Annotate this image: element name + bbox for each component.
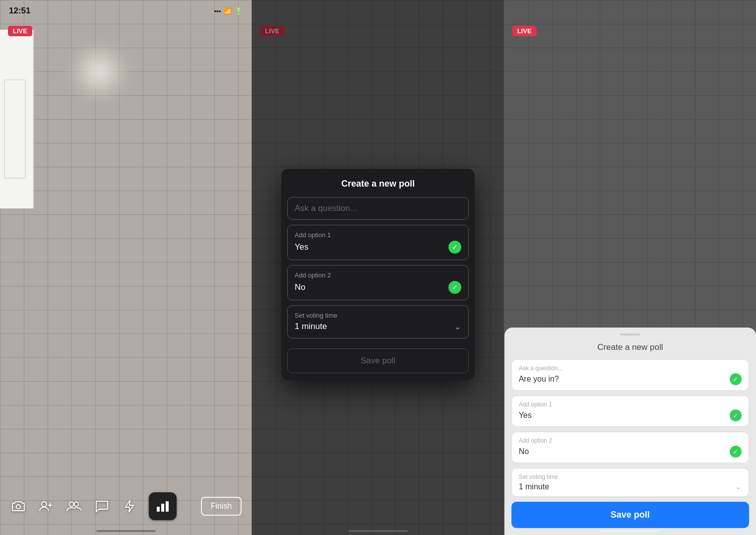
option1-field[interactable]: Add option 1 Yes ✓ [287,225,469,260]
option1-row: Yes ✓ [295,241,461,254]
status-icons: ▪▪▪ 📶 🔋 [214,7,243,15]
live-badge: LIVE [512,26,537,36]
sheet-option2-field[interactable]: Add option 2 No ✓ [511,432,749,463]
sheet-question-label: Ask a question... [519,365,742,372]
option2-check-icon: ✓ [730,446,742,458]
sheet-option2-label: Add option 2 [519,437,742,444]
sheet-option2-value: No [519,447,529,456]
question-placeholder: Ask a question... [295,203,357,213]
option1-label: Add option 1 [295,231,461,239]
people-icon[interactable] [65,498,82,515]
voting-time-field[interactable]: Set voting time 1 minute ⌄ [287,305,469,338]
sheet-option1-label: Add option 1 [519,401,742,408]
modal-overlay: Create a new poll Ask a question... Add … [252,0,504,535]
battery-icon: 🔋 [235,7,243,15]
option2-value: No [295,282,306,292]
sheet-voting-time-field[interactable]: Set voting time 1 minute ⌄ [511,468,749,497]
voting-time-label: Set voting time [295,312,461,319]
chat-icon[interactable] [93,498,110,515]
save-poll-button[interactable]: Save poll [287,348,469,373]
chevron-down-icon: ⌄ [735,482,742,491]
chevron-down-icon: ⌄ [454,321,461,332]
wifi-icon: 📶 [224,7,232,15]
live-badge: LIVE [8,26,32,36]
svg-rect-7 [161,504,164,512]
left-object-inner [4,79,26,179]
sheet-voting-time-value: 1 minute [519,482,549,491]
voting-time-dropdown: 1 minute ⌄ [295,321,461,332]
sheet-question-row: Are you in? ✓ [519,373,742,385]
sheet-option1-value: Yes [519,411,532,420]
sheet-option2-row: No ✓ [519,446,742,458]
svg-rect-8 [166,501,169,512]
add-person-icon[interactable] [38,498,55,515]
svg-point-1 [42,502,47,507]
toolbar-icons [10,492,177,520]
sheet-question-field[interactable]: Ask a question... Are you in? ✓ [511,359,749,391]
option2-row: No ✓ [295,281,461,294]
svg-point-4 [69,502,74,507]
option1-check-icon: ✓ [730,409,742,421]
bar-chart-icon[interactable] [149,492,177,520]
lightning-icon[interactable] [121,498,138,515]
left-object [0,30,34,208]
question-field[interactable]: Ask a question... [287,197,469,220]
option2-label: Add option 2 [295,271,461,279]
panel-center: LIVE Create a new poll Ask a question...… [252,0,504,535]
voting-time-value: 1 minute [295,322,327,332]
sheet-handle [620,334,640,335]
create-poll-sheet: Create a new poll Ask a question... Are … [504,328,756,535]
modal-title: Create a new poll [281,169,475,197]
panel-right: LIVE Create a new poll Ask a question...… [504,0,756,535]
camera-icon[interactable] [10,498,27,515]
bottom-toolbar: Finish [0,485,252,535]
create-poll-modal: Create a new poll Ask a question... Add … [281,169,475,380]
sheet-voting-time-label: Set voting time [519,473,742,480]
sheet-option1-field[interactable]: Add option 1 Yes ✓ [511,396,749,427]
light-orb [69,50,129,94]
svg-point-5 [74,502,79,507]
save-poll-button[interactable]: Save poll [511,502,749,528]
sheet-title: Create a new poll [511,342,749,352]
sheet-option1-row: Yes ✓ [519,409,742,421]
sheet-question-value: Are you in? [519,375,559,384]
option1-check-icon: ✓ [448,241,461,254]
option1-value: Yes [295,242,309,252]
status-time: 12:51 [9,6,30,16]
panel-left: 12:51 ▪▪▪ 📶 🔋 LIVE [0,0,252,535]
signal-icon: ▪▪▪ [214,7,221,15]
svg-point-0 [16,505,20,509]
option2-field[interactable]: Add option 2 No ✓ [287,265,469,300]
option2-check-icon: ✓ [448,281,461,294]
sheet-voting-time-row: 1 minute ⌄ [519,482,742,491]
question-check-icon: ✓ [730,373,742,385]
status-bar: 12:51 ▪▪▪ 📶 🔋 [0,0,252,22]
svg-rect-6 [157,507,160,512]
finish-button[interactable]: Finish [201,497,242,516]
